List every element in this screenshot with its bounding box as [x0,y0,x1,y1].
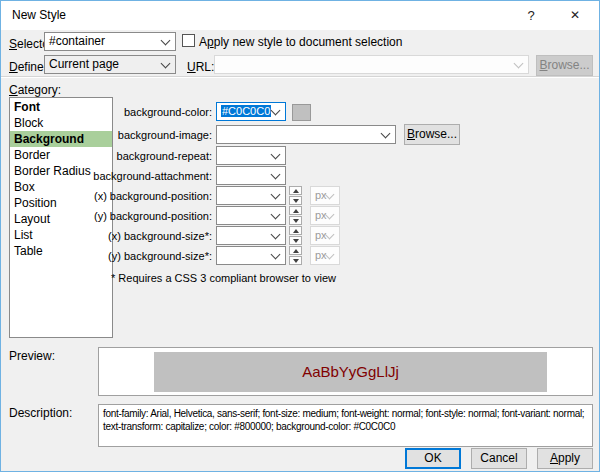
preview-box: AaBbYyGgLlJj [98,347,593,396]
new-style-dialog: New Style ? ✕ Selector: #container Apply… [0,0,600,472]
background-position-x-label: (x) background-position: [81,190,212,202]
background-size-x-unit-combobox: px [310,226,340,245]
apply-button[interactable]: Apply [537,448,593,469]
selector-combobox[interactable]: #container [44,32,176,51]
url-browse-button: Browse... [536,55,593,76]
background-size-x-combobox[interactable] [216,226,286,245]
background-size-x-label: (x) background-size*: [81,230,212,242]
title-bar: New Style ? ✕ [1,1,599,30]
description-box: font-family: Arial, Helvetica, sans-seri… [98,404,593,447]
css3-note: * Requires a CSS 3 compliant browser to … [111,272,336,284]
close-icon[interactable]: ✕ [559,1,591,30]
image-browse-button[interactable]: Browse... [404,124,460,145]
background-color-value: #C0C0C0 [221,105,271,117]
ok-button[interactable]: OK [405,448,461,469]
background-size-y-label: (y) background-size*: [81,250,212,262]
apply-style-checkbox-label: Apply new style to document selection [199,35,402,49]
background-position-y-spinner[interactable] [289,206,302,225]
spinner-down-icon[interactable] [289,256,302,265]
color-swatch[interactable] [292,104,311,121]
chevron-down-icon[interactable] [271,189,281,199]
help-icon[interactable]: ? [515,1,547,30]
spinner-up-icon[interactable] [289,226,302,235]
apply-style-checkbox[interactable] [182,34,195,47]
chevron-down-icon[interactable] [271,209,281,219]
chevron-down-icon [514,58,524,68]
background-position-y-label: (y) background-position: [81,210,212,222]
background-size-x-spinner[interactable] [289,226,302,245]
url-label: URL: [187,60,214,74]
chevron-down-icon[interactable] [271,229,281,239]
background-size-y-combobox[interactable] [216,246,286,265]
background-repeat-combobox[interactable] [216,146,286,165]
separator [1,76,600,78]
background-position-x-combobox[interactable] [216,186,286,205]
define-in-combobox[interactable]: Current page [44,55,176,74]
background-color-label: background-color: [81,106,212,118]
chevron-down-icon[interactable] [381,128,391,138]
chevron-down-icon[interactable] [271,149,281,159]
background-attachment-combobox[interactable] [216,166,286,185]
background-position-y-combobox[interactable] [216,206,286,225]
background-position-x-spinner[interactable] [289,186,302,205]
background-repeat-label: background-repeat: [81,150,212,162]
background-position-y-unit-combobox: px [310,206,340,225]
background-position-x-unit-combobox: px [310,186,340,205]
chevron-down-icon[interactable] [161,35,171,45]
cancel-button[interactable]: Cancel [471,448,527,469]
background-image-label: background-image: [81,129,212,141]
preview-label: Preview: [9,349,55,363]
background-size-y-spinner[interactable] [289,246,302,265]
background-image-combobox[interactable] [216,125,396,144]
spinner-down-icon[interactable] [289,216,302,225]
spinner-down-icon[interactable] [289,236,302,245]
spinner-up-icon[interactable] [289,246,302,255]
spinner-down-icon[interactable] [289,196,302,205]
spinner-up-icon[interactable] [289,186,302,195]
spinner-up-icon[interactable] [289,206,302,215]
url-combobox [214,55,529,74]
preview-sample-text: AaBbYyGgLlJj [154,352,547,392]
background-color-combobox[interactable]: #C0C0C0 [216,102,286,121]
define-in-value: Current page [49,57,119,71]
selector-value: #container [49,34,105,48]
chevron-down-icon[interactable] [271,105,281,115]
chevron-down-icon[interactable] [161,58,171,68]
description-label: Description: [9,406,72,420]
description-line-2: text-transform: capitalize; color: #8000… [103,420,588,433]
chevron-down-icon[interactable] [271,249,281,259]
dialog-title: New Style [12,1,66,30]
background-attachment-label: background-attachment: [81,170,212,182]
description-line-1: font-family: Arial, Helvetica, sans-seri… [103,407,588,420]
chevron-down-icon[interactable] [271,169,281,179]
category-label: Category: [9,83,61,97]
background-size-y-unit-combobox: px [310,246,340,265]
